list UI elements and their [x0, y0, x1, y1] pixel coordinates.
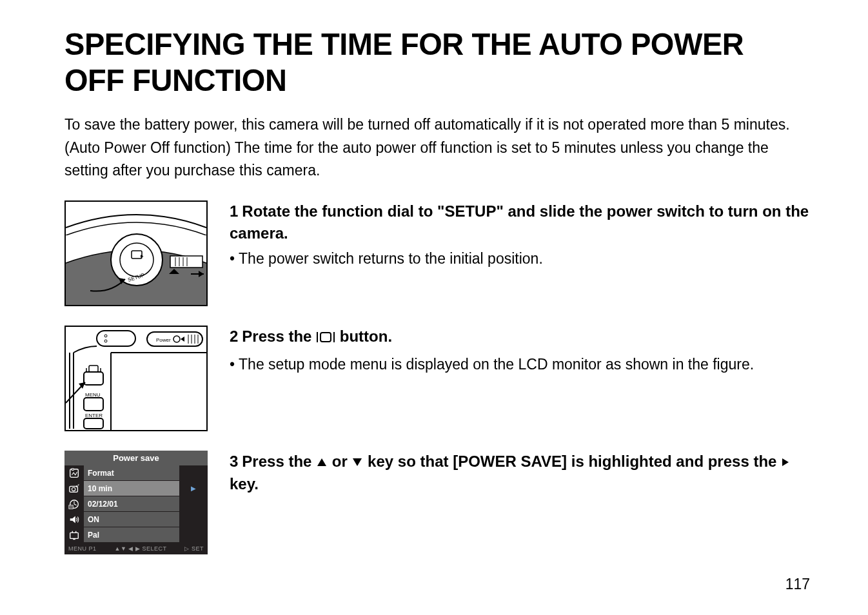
menu-title: Power save: [64, 451, 208, 465]
menu-row-video: Pal: [64, 527, 208, 543]
step-1-number: 1: [230, 202, 238, 220]
menu-row-format-label: Format: [84, 465, 179, 481]
svg-rect-18: [147, 332, 202, 346]
menu-row-format-value: [179, 465, 208, 481]
date-icon: [68, 498, 80, 510]
down-triangle-icon: [351, 451, 363, 473]
menu-row-sound: ON: [64, 512, 208, 527]
svg-rect-41: [72, 469, 74, 471]
step-2-heading-post: button.: [335, 327, 392, 345]
svg-text:z: z: [77, 483, 79, 486]
page-number: 117: [785, 576, 810, 593]
right-triangle-icon: [781, 451, 790, 473]
format-icon: [68, 467, 80, 479]
menu-row-format: Format: [64, 465, 208, 481]
step-1-heading-text: Rotate the function dial to "SETUP" and …: [230, 202, 809, 242]
menu-row-video-value: [179, 527, 208, 543]
step-3-heading-mid2: key so that [POWER SAVE] is highlighted …: [363, 453, 781, 470]
menu-row-powersave-value: ▶: [179, 481, 208, 496]
menu-footer-right: ▷ SET: [184, 545, 204, 552]
step-1: ▶ SETUP: [64, 200, 810, 306]
step-1-bullet-text: The power switch returns to the initial …: [239, 250, 543, 267]
step-2-heading-pre: Press the: [242, 327, 316, 345]
video-icon: [68, 529, 80, 541]
step-1-bullet: •The power switch returns to the initial…: [230, 248, 810, 271]
svg-marker-52: [70, 516, 75, 523]
svg-rect-49: [69, 505, 73, 509]
step-3-number: 3: [230, 453, 238, 470]
svg-point-2: [120, 243, 153, 277]
menu-row-date-value: [179, 496, 208, 512]
illustration-menu-screen: Power save Format zz 10 min ▶: [64, 451, 208, 555]
svg-marker-58: [353, 458, 362, 466]
svg-rect-15: [97, 331, 135, 346]
step-2-bullet-text: The setup mode menu is displayed on the …: [239, 356, 754, 373]
menu-footer-mid: ▲▼ ◀ ▶ SELECT: [115, 545, 167, 552]
menu-row-powersave: zz 10 min ▶: [64, 481, 208, 496]
svg-rect-56: [73, 538, 75, 540]
svg-rect-38: [321, 333, 331, 342]
svg-rect-33: [84, 398, 103, 411]
svg-text:▶: ▶: [141, 254, 144, 258]
menu-row-date: 02/12/01: [64, 496, 208, 512]
illustration-camera-back: Power: [64, 326, 208, 431]
svg-marker-57: [317, 458, 326, 466]
menu-footer-left: MENU P1: [68, 545, 97, 552]
illustration-camera-dial: ▶ SETUP: [64, 200, 208, 306]
svg-marker-59: [782, 458, 789, 466]
display-icon: [316, 327, 335, 349]
back-power-label: Power: [156, 337, 171, 343]
powersave-icon: zz: [68, 483, 80, 494]
up-triangle-icon: [316, 451, 328, 473]
menu-row-sound-label: ON: [84, 512, 179, 527]
intro-paragraph: To save the battery power, this camera w…: [64, 113, 810, 182]
menu-row-powersave-label: 10 min: [84, 481, 179, 496]
svg-rect-53: [70, 532, 79, 538]
step-3-heading: 3Press the or key so that [POWER SAVE] i…: [230, 451, 810, 494]
step-1-heading: 1Rotate the function dial to "SETUP" and…: [230, 200, 810, 244]
step-2-heading: 2Press the button.: [230, 326, 810, 349]
sound-icon: [68, 514, 80, 525]
svg-point-43: [72, 487, 75, 491]
svg-rect-27: [84, 372, 103, 385]
svg-line-48: [74, 504, 77, 505]
menu-row-date-label: 02/12/01: [84, 496, 179, 512]
step-3-heading-pre: Press the: [242, 453, 316, 470]
back-menu-label: MENU: [85, 392, 101, 398]
step-3-heading-mid: or: [328, 453, 351, 470]
page-title: SPECIFYING THE TIME FOR THE AUTO POWER O…: [64, 26, 780, 98]
step-2: Power: [64, 326, 810, 431]
svg-rect-34: [84, 418, 103, 429]
back-enter-label: ENTER: [85, 413, 103, 418]
step-2-number: 2: [230, 327, 238, 345]
step-2-bullet: •The setup mode menu is displayed on the…: [230, 353, 810, 376]
step-3-heading-post: key.: [230, 475, 259, 493]
menu-row-sound-value: [179, 512, 208, 527]
step-3: Power save Format zz 10 min ▶: [64, 451, 810, 555]
menu-row-video-label: Pal: [84, 527, 179, 543]
